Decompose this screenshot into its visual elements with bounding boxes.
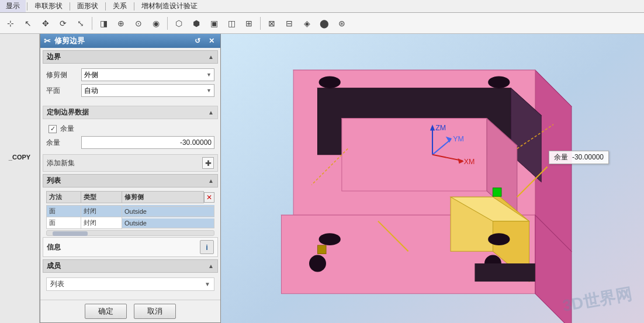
section-boundary-header[interactable]: 边界 ▲ bbox=[43, 50, 218, 64]
viewport-3d-scene: ZM YM XM bbox=[221, 34, 644, 323]
toolbar-btn-rotate[interactable]: ⟳ bbox=[55, 15, 71, 32]
toolbar-sep-2 bbox=[167, 17, 168, 30]
svg-rect-23 bbox=[493, 188, 501, 196]
viewport-tooltip: 余量 -30.00000 bbox=[549, 151, 609, 164]
row2-method: 面 bbox=[46, 217, 81, 229]
section-member-header[interactable]: 成员 ▲ bbox=[43, 259, 218, 273]
menu-additive[interactable]: 增材制造设计验证 bbox=[136, 0, 203, 12]
menu-display[interactable]: 显示 bbox=[0, 0, 26, 12]
info-label: 信息 bbox=[47, 242, 61, 252]
toolbar-btn-edges[interactable]: ⊞ bbox=[241, 15, 257, 32]
row1-method: 面 bbox=[46, 205, 81, 217]
row2-type: 封闭 bbox=[81, 217, 122, 229]
row1-side: Outside bbox=[122, 206, 214, 217]
custom-boundary-arrow: ▲ bbox=[208, 109, 214, 116]
section-member-label: 成员 bbox=[47, 261, 61, 271]
svg-marker-8 bbox=[342, 119, 487, 191]
custom-boundary-content: ✓ 余量 余量 bbox=[43, 121, 218, 154]
toolbar-btn-move[interactable]: ✥ bbox=[37, 15, 54, 32]
plane-arrow: ▼ bbox=[206, 88, 212, 93]
menu-sep-2 bbox=[70, 2, 70, 11]
svg-point-19 bbox=[488, 233, 510, 245]
toolbar-btn-fit[interactable]: ⬡ bbox=[171, 15, 187, 32]
trim-side-arrow: ▼ bbox=[206, 72, 212, 78]
toolbar-sep-3 bbox=[260, 17, 261, 30]
svg-rect-24 bbox=[317, 245, 326, 253]
table-row-1[interactable]: 面 封闭 Outside bbox=[46, 205, 214, 217]
add-set-row: 添加新集 ✚ bbox=[43, 154, 218, 172]
section-boundary-label: 边界 bbox=[47, 52, 61, 62]
menu-chain-shape[interactable]: 串联形状 bbox=[29, 0, 68, 12]
toolbar-btn-record[interactable]: ⬤ bbox=[316, 15, 333, 32]
add-set-label: 添加新集 bbox=[47, 158, 75, 168]
toolbar-btn-orbit[interactable]: ◉ bbox=[148, 15, 164, 32]
svg-point-18 bbox=[319, 233, 341, 245]
dialog-body: 边界 ▲ 修剪侧 外侧 ▼ 平面 自动 ▼ bbox=[40, 48, 220, 300]
toolbar-btn-wire[interactable]: ◫ bbox=[223, 15, 240, 32]
delete-row-btn[interactable]: ✕ bbox=[204, 192, 214, 203]
margin-value-input[interactable] bbox=[81, 136, 214, 149]
svg-text:ZM: ZM bbox=[435, 124, 446, 132]
section-list-label: 列表 bbox=[47, 176, 61, 186]
row2-side: Outside bbox=[122, 218, 214, 228]
section-list-header[interactable]: 列表 ▲ bbox=[43, 174, 218, 187]
svg-point-20 bbox=[309, 255, 326, 272]
toolbar-btn-shade[interactable]: ▣ bbox=[206, 15, 222, 32]
toolbar-sep-1 bbox=[92, 17, 92, 30]
toolbar-btn-select[interactable]: ⊹ bbox=[2, 15, 19, 32]
menu-bar: 显示 串联形状 面形状 关系 增材制造设计验证 bbox=[0, 0, 644, 13]
dialog-title: 修剪边界 bbox=[54, 36, 189, 46]
toolbar-btn-info[interactable]: ◈ bbox=[299, 15, 315, 32]
toolbar-btn-pan[interactable]: ⊙ bbox=[130, 15, 147, 32]
svg-text:YM: YM bbox=[453, 135, 464, 143]
menu-sep-1 bbox=[27, 2, 27, 11]
table-scrollbar[interactable] bbox=[46, 230, 214, 236]
member-list-arrow: ▼ bbox=[205, 281, 210, 287]
trim-side-label: 修剪侧 bbox=[46, 70, 81, 80]
margin-value-label: 余量 bbox=[46, 138, 81, 148]
margin-checkbox-label: 余量 bbox=[60, 124, 74, 134]
dialog-titlebar: ✂ 修剪边界 ↺ ✕ bbox=[40, 34, 220, 48]
toolbar-btn-section[interactable]: ⬢ bbox=[188, 15, 205, 32]
left-panel: _COPY bbox=[0, 34, 40, 323]
table-row-2[interactable]: 面 封闭 Outside bbox=[46, 217, 214, 229]
trim-side-select[interactable]: 外侧 ▼ bbox=[81, 68, 214, 81]
section-boundary-content: 修剪侧 外侧 ▼ 平面 自动 ▼ bbox=[43, 66, 218, 102]
confirm-btn[interactable]: 确定 bbox=[85, 304, 127, 319]
toolbar-btn-settings[interactable]: ⊛ bbox=[334, 15, 350, 32]
row1-type: 封闭 bbox=[81, 205, 122, 217]
toolbar-btn-measure[interactable]: ⊠ bbox=[264, 15, 280, 32]
menu-face-shape[interactable]: 面形状 bbox=[71, 0, 104, 12]
dialog-reset-btn[interactable]: ↺ bbox=[192, 36, 203, 46]
custom-boundary-header[interactable]: 定制边界数据 ▲ bbox=[43, 106, 218, 119]
info-detail-btn[interactable]: i bbox=[200, 240, 214, 254]
add-set-btn[interactable]: ✚ bbox=[202, 157, 214, 169]
menu-sep-4 bbox=[134, 2, 134, 11]
copy-label: _COPY bbox=[0, 154, 39, 161]
viewport: ZM YM XM 余量 -30.00000 3D世界网 bbox=[221, 34, 644, 323]
list-method-header: 方法 bbox=[46, 191, 81, 203]
section-boundary-arrow: ▲ bbox=[208, 54, 214, 60]
toolbar-btn-view[interactable]: ◨ bbox=[95, 15, 112, 32]
svg-text:XM: XM bbox=[464, 158, 475, 166]
trim-side-row: 修剪侧 外侧 ▼ bbox=[46, 68, 214, 81]
plane-value: 自动 bbox=[84, 86, 98, 96]
cancel-btn[interactable]: 取消 bbox=[134, 304, 176, 319]
dialog-panel: ✂ 修剪边界 ↺ ✕ 边界 ▲ 修剪侧 外侧 ▼ bbox=[40, 34, 221, 323]
toolbar-btn-arrow[interactable]: ↖ bbox=[20, 15, 36, 32]
plane-label: 平面 bbox=[46, 86, 81, 96]
margin-checkbox[interactable]: ✓ bbox=[49, 125, 57, 133]
list-side-header: 修剪侧 bbox=[122, 191, 204, 203]
toolbar-btn-zoom[interactable]: ⊕ bbox=[113, 15, 129, 32]
dialog-close-btn[interactable]: ✕ bbox=[206, 36, 217, 46]
main-toolbar: ⊹ ↖ ✥ ⟳ ⤡ ◨ ⊕ ⊙ ◉ ⬡ ⬢ ▣ ◫ ⊞ ⊠ ⊟ ◈ ⬤ ⊛ bbox=[0, 13, 644, 34]
section-member-arrow: ▲ bbox=[208, 263, 214, 269]
toolbar-btn-analysis[interactable]: ⊟ bbox=[281, 15, 297, 32]
svg-point-17 bbox=[488, 76, 510, 88]
member-list-label: 列表 bbox=[50, 279, 64, 289]
toolbar-btn-scale[interactable]: ⤡ bbox=[72, 15, 89, 32]
plane-select[interactable]: 自动 ▼ bbox=[81, 84, 214, 97]
list-section-content: 方法 类型 修剪侧 ✕ 面 封闭 Outside 面 封闭 Outside bbox=[43, 190, 218, 237]
list-type-header: 类型 bbox=[81, 191, 122, 203]
menu-relation[interactable]: 关系 bbox=[107, 0, 133, 12]
